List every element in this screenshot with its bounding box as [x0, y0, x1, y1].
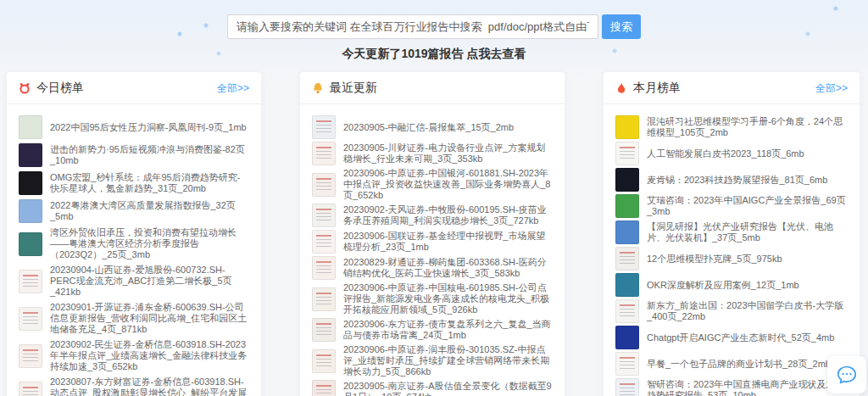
- list-item[interactable]: 20230906-中原证券-中国核电-601985.SH-公司点评报告_新能源发…: [312, 282, 553, 315]
- report-title: 【洞见研报】光伏产业研究报告【光伏、电池片、光伏装机】_37页_5mb: [647, 221, 848, 243]
- report-thumbnail: [312, 349, 336, 373]
- report-thumbnail: [312, 115, 336, 139]
- list-item[interactable]: 20230905-川财证券-电力设备行业点评_方案规划稳增长_行业未来可期_3页…: [312, 142, 553, 165]
- report-title: 20230906-东方证券-债市复盘系列之六_复盘_当商品与债券市场背离_24页…: [343, 319, 553, 341]
- report-thumbnail: [615, 273, 639, 297]
- report-thumbnail: [19, 382, 42, 396]
- report-title: 20230905-南京证券-A股估值全景变化（数据截至9月1日）_10页_674…: [343, 381, 553, 396]
- list-item[interactable]: OMG宏盟_秒针系统：成年95后消费趋势研究-快乐星球人，氪金新趋势_31页_2…: [19, 171, 249, 195]
- report-title: 20230829-财通证券-柳药集团-603368.SH-医药分销结构优化_医药…: [343, 257, 553, 279]
- list-item[interactable]: 湾区外贸依旧承压，投资和消费有望拉动增长——粤港澳大湾区经济分析季度报告（202…: [19, 227, 249, 260]
- report-thumbnail: [312, 230, 336, 254]
- report-title: 20230905-川财证券-电力设备行业点评_方案规划稳增长_行业未来可期_3页…: [343, 142, 553, 165]
- calendar-red-icon: [19, 82, 31, 94]
- report-thumbnail: [19, 143, 42, 167]
- recent-updates-header: 最近更新: [300, 72, 565, 104]
- report-title: 20230906-中原证券-润丰股份-301035.SZ-中报点评_业绩暂时承压…: [343, 344, 553, 377]
- list-item[interactable]: 20230829-财通证券-柳药集团-603368.SH-医药分销结构优化_医药…: [312, 256, 553, 280]
- report-thumbnail: [615, 299, 639, 323]
- report-title: 20230904-山西证券-爱旭股份-600732.SH-PERC现金流充沛_A…: [50, 265, 249, 298]
- search-button[interactable]: 搜索: [602, 14, 641, 39]
- recent-updates-card: 最近更新 20230905-中融汇信-晨报集萃_15页_2mb 20230905…: [300, 72, 565, 396]
- report-thumbnail: [615, 247, 639, 271]
- list-item[interactable]: 2022中国95后女性压力洞察-凤凰周刊-9页_1mb: [19, 115, 249, 139]
- report-thumbnail: [615, 194, 639, 218]
- report-title: 20230906-中原证券-中国银河-601881.SH-2023年中报点评_投…: [343, 168, 553, 201]
- report-title: 20230905-中融汇信-晨报集萃_15页_2mb: [343, 122, 514, 133]
- report-title: 新东方_前途出国：2023中国留学白皮书-大学版_400页_22mb: [647, 300, 848, 322]
- list-item[interactable]: 20230807-东方财富证券-金桥信息-603918.SH-动态点评_股权激励…: [19, 376, 249, 396]
- report-title: 艾瑞咨询：2023年中国AIGC产业全景报告_69页_3mb: [647, 195, 848, 217]
- list-item[interactable]: 20230906-中原证券-润丰股份-301035.SZ-中报点评_业绩暂时承压…: [312, 344, 553, 377]
- list-item[interactable]: 智研咨询：2023年中国直播电商产业现状及发展趋势研究报告_53页_10mb: [615, 378, 848, 396]
- list-item[interactable]: 麦肯锡：2023科技趋势展望报告_81页_6mb: [615, 168, 848, 192]
- list-item[interactable]: 20230904-山西证券-爱旭股份-600732.SH-PERC现金流充沛_A…: [19, 265, 249, 298]
- report-thumbnail: [19, 115, 42, 139]
- report-title: 早餐_一个包子品牌的商业计划书_28页_2mb: [647, 359, 831, 370]
- list-item[interactable]: 20230902-民生证券-金桥信息-603918.SH-2023年半年报点评_…: [19, 339, 249, 372]
- search-bar: 搜索: [0, 0, 868, 39]
- list-item[interactable]: 艾瑞咨询：2023年中国AIGC产业全景报告_69页_3mb: [615, 194, 848, 218]
- report-thumbnail: [312, 256, 336, 280]
- month-ranking-list: 混沌研习社思维模型学习手册-6个角度，24个思维模型_105页_2mb 人工智能…: [604, 104, 860, 396]
- today-ranking-card: 今日榜单 全部>> 2022中国95后女性压力洞察-凤凰周刊-9页_1mb 进击…: [7, 72, 261, 396]
- report-title: 12个思维模型扑克牌_5页_975kb: [647, 254, 782, 265]
- report-title: 20230902-天风证券-中牧股份-600195.SH-疫苗业务承压养殖周期_…: [343, 204, 553, 226]
- chat-bubble-icon: [836, 364, 858, 386]
- list-item[interactable]: 进击的新势力·95后短视频冲浪与消费图鉴-82页_10mb: [19, 143, 249, 167]
- today-ranking-title: 今日榜单: [36, 81, 84, 96]
- today-all-link[interactable]: 全部>>: [217, 81, 249, 96]
- report-thumbnail: [312, 380, 336, 396]
- update-banner[interactable]: 今天更新了1019篇报告 点我去查看: [0, 47, 868, 62]
- report-thumbnail: [19, 307, 42, 331]
- list-item[interactable]: 【洞见研报】光伏产业研究报告【光伏、电池片、光伏装机】_37页_5mb: [615, 220, 848, 244]
- report-thumbnail: [615, 220, 639, 244]
- list-item[interactable]: 20230906-东方证券-债市复盘系列之六_复盘_当商品与债券市场背离_24页…: [312, 318, 553, 342]
- list-item[interactable]: 20230906-国联证券-基金经理中报视野_市场展望梳理分析_23页_1mb: [312, 230, 553, 254]
- report-title: 混沌研习社思维模型学习手册-6个角度，24个思维模型_105页_2mb: [647, 116, 848, 138]
- report-title: 智研咨询：2023年中国直播电商产业现状及发展趋势研究报告_53页_10mb: [647, 379, 848, 396]
- list-item[interactable]: 20230905-南京证券-A股估值全景变化（数据截至9月1日）_10页_674…: [312, 380, 553, 396]
- report-title: 麦肯锡：2023科技趋势展望报告_81页_6mb: [647, 175, 827, 186]
- report-title: 湾区外贸依旧承压，投资和消费有望拉动增长——粤港澳大湾区经济分析季度报告（202…: [50, 227, 249, 260]
- list-item[interactable]: 2022粤港澳大湾区高质量发展指数报告_32页_5mb: [19, 199, 249, 223]
- recent-updates-list: 20230905-中融汇信-晨报集萃_15页_2mb 20230905-川财证券…: [300, 104, 565, 396]
- report-thumbnail: [312, 287, 336, 311]
- report-thumbnail: [312, 318, 336, 342]
- report-title: OMG宏盟_秒针系统：成年95后消费趋势研究-快乐星球人，氪金新趋势_31页_2…: [50, 172, 249, 194]
- month-all-link[interactable]: 全部>>: [815, 81, 848, 96]
- report-title: 2022中国95后女性压力洞察-凤凰周刊-9页_1mb: [50, 122, 247, 133]
- month-ranking-header: 本月榜单 全部>>: [604, 72, 860, 104]
- report-columns: 今日榜单 全部>> 2022中国95后女性压力洞察-凤凰周刊-9页_1mb 进击…: [0, 72, 868, 396]
- today-ranking-header: 今日榜单 全部>>: [7, 72, 261, 104]
- report-thumbnail: [615, 352, 639, 376]
- list-item[interactable]: 12个思维模型扑克牌_5页_975kb: [615, 247, 848, 271]
- report-thumbnail: [615, 378, 639, 396]
- chat-widget[interactable]: [827, 356, 866, 393]
- report-title: Chatgpt开启AIGC产业生态新时代_52页_4mb: [647, 332, 834, 343]
- today-ranking-list: 2022中国95后女性压力洞察-凤凰周刊-9页_1mb 进击的新势力·95后短视…: [7, 104, 261, 396]
- list-item[interactable]: 混沌研习社思维模型学习手册-6个角度，24个思维模型_105页_2mb: [615, 115, 848, 139]
- search-input[interactable]: [227, 14, 598, 39]
- list-item[interactable]: 20230902-天风证券-中牧股份-600195.SH-疫苗业务承压养殖周期_…: [312, 204, 553, 227]
- report-thumbnail: [19, 344, 42, 368]
- list-item[interactable]: 20230905-中融汇信-晨报集萃_15页_2mb: [312, 115, 553, 139]
- list-item[interactable]: 20230901-开源证券-浦东金桥-600639.SH-公司信息更新报告_营收…: [19, 302, 249, 335]
- report-title: 20230906-中原证券-中国核电-601985.SH-公司点评报告_新能源发…: [343, 282, 553, 315]
- report-thumbnail: [19, 232, 42, 256]
- month-ranking-title: 本月榜单: [633, 81, 681, 96]
- report-thumbnail: [19, 199, 42, 223]
- list-item[interactable]: 20230906-中原证券-中国银河-601881.SH-2023年中报点评_投…: [312, 168, 553, 201]
- report-thumbnail: [615, 115, 639, 139]
- list-item[interactable]: 新东方_前途出国：2023中国留学白皮书-大学版_400页_22mb: [615, 299, 848, 323]
- report-thumbnail: [312, 204, 336, 227]
- list-item[interactable]: OKR深度解析及应用案例_12页_1mb: [615, 273, 848, 297]
- report-title: 20230807-东方财富证券-金桥信息-603918.SH-动态点评_股权激励…: [50, 376, 249, 396]
- recent-updates-title: 最近更新: [330, 81, 377, 96]
- month-ranking-card: 本月榜单 全部>> 混沌研习社思维模型学习手册-6个角度，24个思维模型_105…: [604, 72, 860, 396]
- list-item[interactable]: Chatgpt开启AIGC产业生态新时代_52页_4mb: [615, 326, 848, 349]
- report-title: 20230901-开源证券-浦东金桥-600639.SH-公司信息更新报告_营收…: [50, 302, 249, 335]
- report-title: 20230906-国联证券-基金经理中报视野_市场展望梳理分析_23页_1mb: [343, 231, 553, 253]
- list-item[interactable]: 早餐_一个包子品牌的商业计划书_28页_2mb: [615, 352, 848, 376]
- list-item[interactable]: 人工智能发展白皮书2023_118页_6mb: [615, 142, 848, 165]
